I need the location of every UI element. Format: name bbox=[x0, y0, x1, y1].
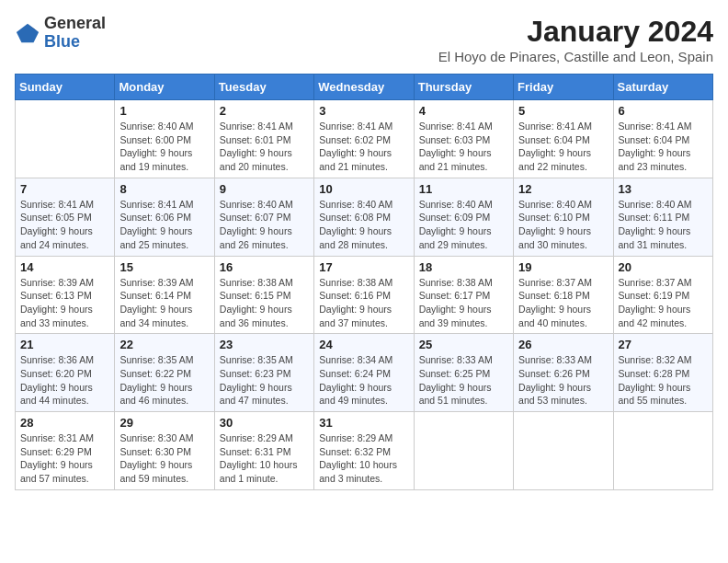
weekday-header-wednesday: Wednesday bbox=[314, 75, 414, 100]
day-info: Sunrise: 8:37 AM Sunset: 6:18 PM Dayligh… bbox=[518, 276, 608, 330]
month-title: January 2024 bbox=[438, 15, 713, 49]
day-number: 27 bbox=[619, 338, 708, 351]
day-info: Sunrise: 8:36 AM Sunset: 6:20 PM Dayligh… bbox=[20, 353, 109, 408]
calendar-week-row: 28Sunrise: 8:31 AM Sunset: 6:29 PM Dayli… bbox=[16, 412, 713, 490]
weekday-header-friday: Friday bbox=[514, 75, 613, 100]
calendar-cell: 27Sunrise: 8:32 AM Sunset: 6:28 PM Dayli… bbox=[613, 334, 712, 412]
day-number: 21 bbox=[20, 338, 109, 351]
calendar-cell: 25Sunrise: 8:33 AM Sunset: 6:25 PM Dayli… bbox=[414, 334, 513, 412]
calendar-week-row: 21Sunrise: 8:36 AM Sunset: 6:20 PM Dayli… bbox=[16, 334, 713, 412]
day-info: Sunrise: 8:35 AM Sunset: 6:22 PM Dayligh… bbox=[119, 353, 209, 408]
calendar-cell: 16Sunrise: 8:38 AM Sunset: 6:15 PM Dayli… bbox=[214, 256, 313, 334]
calendar-cell: 18Sunrise: 8:38 AM Sunset: 6:17 PM Dayli… bbox=[414, 256, 513, 334]
day-number: 5 bbox=[518, 104, 608, 118]
logo: General Blue bbox=[15, 15, 106, 52]
calendar-cell bbox=[613, 412, 712, 490]
calendar-cell: 7Sunrise: 8:41 AM Sunset: 6:05 PM Daylig… bbox=[16, 178, 115, 256]
day-number: 14 bbox=[20, 260, 109, 274]
day-number: 25 bbox=[419, 338, 508, 351]
calendar-cell: 23Sunrise: 8:35 AM Sunset: 6:23 PM Dayli… bbox=[214, 334, 313, 412]
day-info: Sunrise: 8:29 AM Sunset: 6:32 PM Dayligh… bbox=[319, 431, 408, 486]
calendar-cell: 8Sunrise: 8:41 AM Sunset: 6:06 PM Daylig… bbox=[115, 178, 214, 256]
day-number: 7 bbox=[20, 182, 109, 196]
calendar-cell: 14Sunrise: 8:39 AM Sunset: 6:13 PM Dayli… bbox=[16, 256, 115, 334]
day-number: 20 bbox=[619, 260, 708, 274]
day-number: 3 bbox=[319, 104, 408, 118]
title-area: January 2024 El Hoyo de Pinares, Castill… bbox=[438, 15, 713, 64]
calendar-cell: 13Sunrise: 8:40 AM Sunset: 6:11 PM Dayli… bbox=[613, 178, 712, 256]
day-info: Sunrise: 8:41 AM Sunset: 6:04 PM Dayligh… bbox=[619, 120, 708, 174]
weekday-header-thursday: Thursday bbox=[414, 75, 513, 100]
day-number: 18 bbox=[419, 260, 508, 274]
day-info: Sunrise: 8:41 AM Sunset: 6:06 PM Dayligh… bbox=[119, 198, 209, 252]
day-number: 29 bbox=[119, 416, 209, 430]
logo-icon bbox=[15, 20, 40, 46]
day-number: 17 bbox=[319, 260, 408, 274]
day-info: Sunrise: 8:41 AM Sunset: 6:03 PM Dayligh… bbox=[419, 120, 508, 174]
day-number: 15 bbox=[119, 260, 209, 274]
weekday-header-tuesday: Tuesday bbox=[214, 75, 313, 100]
day-number: 22 bbox=[119, 338, 209, 351]
calendar-week-row: 14Sunrise: 8:39 AM Sunset: 6:13 PM Dayli… bbox=[16, 256, 713, 334]
svg-marker-0 bbox=[17, 24, 39, 43]
location: El Hoyo de Pinares, Castille and Leon, S… bbox=[438, 49, 713, 64]
calendar-cell bbox=[16, 100, 115, 178]
calendar-cell: 4Sunrise: 8:41 AM Sunset: 6:03 PM Daylig… bbox=[414, 100, 513, 178]
calendar-cell: 19Sunrise: 8:37 AM Sunset: 6:18 PM Dayli… bbox=[514, 256, 613, 334]
day-info: Sunrise: 8:39 AM Sunset: 6:14 PM Dayligh… bbox=[119, 276, 209, 330]
day-info: Sunrise: 8:41 AM Sunset: 6:05 PM Dayligh… bbox=[20, 198, 109, 252]
calendar-table: SundayMondayTuesdayWednesdayThursdayFrid… bbox=[15, 74, 713, 490]
calendar-cell: 26Sunrise: 8:33 AM Sunset: 6:26 PM Dayli… bbox=[514, 334, 613, 412]
day-info: Sunrise: 8:41 AM Sunset: 6:04 PM Dayligh… bbox=[518, 120, 608, 174]
calendar-cell: 15Sunrise: 8:39 AM Sunset: 6:14 PM Dayli… bbox=[115, 256, 214, 334]
weekday-header-monday: Monday bbox=[115, 75, 214, 100]
day-info: Sunrise: 8:40 AM Sunset: 6:09 PM Dayligh… bbox=[419, 198, 508, 252]
day-number: 12 bbox=[518, 182, 608, 196]
day-info: Sunrise: 8:38 AM Sunset: 6:17 PM Dayligh… bbox=[419, 276, 508, 330]
day-number: 8 bbox=[119, 182, 209, 196]
day-number: 9 bbox=[220, 182, 309, 196]
day-info: Sunrise: 8:39 AM Sunset: 6:13 PM Dayligh… bbox=[20, 276, 109, 330]
weekday-header-row: SundayMondayTuesdayWednesdayThursdayFrid… bbox=[16, 75, 713, 100]
day-info: Sunrise: 8:40 AM Sunset: 6:08 PM Dayligh… bbox=[319, 198, 408, 252]
calendar-week-row: 7Sunrise: 8:41 AM Sunset: 6:05 PM Daylig… bbox=[16, 178, 713, 256]
day-info: Sunrise: 8:33 AM Sunset: 6:26 PM Dayligh… bbox=[518, 353, 608, 408]
day-info: Sunrise: 8:40 AM Sunset: 6:07 PM Dayligh… bbox=[220, 198, 309, 252]
calendar-cell: 5Sunrise: 8:41 AM Sunset: 6:04 PM Daylig… bbox=[514, 100, 613, 178]
day-info: Sunrise: 8:32 AM Sunset: 6:28 PM Dayligh… bbox=[619, 353, 708, 408]
day-info: Sunrise: 8:29 AM Sunset: 6:31 PM Dayligh… bbox=[220, 431, 309, 486]
calendar-cell bbox=[414, 412, 513, 490]
day-info: Sunrise: 8:40 AM Sunset: 6:10 PM Dayligh… bbox=[518, 198, 608, 252]
day-number: 24 bbox=[319, 338, 408, 351]
day-info: Sunrise: 8:35 AM Sunset: 6:23 PM Dayligh… bbox=[220, 353, 309, 408]
day-number: 30 bbox=[220, 416, 309, 430]
calendar-cell: 9Sunrise: 8:40 AM Sunset: 6:07 PM Daylig… bbox=[214, 178, 313, 256]
weekday-header-saturday: Saturday bbox=[613, 75, 712, 100]
calendar-cell: 10Sunrise: 8:40 AM Sunset: 6:08 PM Dayli… bbox=[314, 178, 414, 256]
calendar-body: 1Sunrise: 8:40 AM Sunset: 6:00 PM Daylig… bbox=[16, 100, 713, 490]
day-info: Sunrise: 8:38 AM Sunset: 6:16 PM Dayligh… bbox=[319, 276, 408, 330]
day-number: 31 bbox=[319, 416, 408, 430]
day-info: Sunrise: 8:41 AM Sunset: 6:02 PM Dayligh… bbox=[319, 120, 408, 174]
calendar-cell: 11Sunrise: 8:40 AM Sunset: 6:09 PM Dayli… bbox=[414, 178, 513, 256]
day-info: Sunrise: 8:34 AM Sunset: 6:24 PM Dayligh… bbox=[319, 353, 408, 408]
calendar-cell: 2Sunrise: 8:41 AM Sunset: 6:01 PM Daylig… bbox=[214, 100, 313, 178]
calendar-cell: 29Sunrise: 8:30 AM Sunset: 6:30 PM Dayli… bbox=[115, 412, 214, 490]
day-number: 19 bbox=[518, 260, 608, 274]
calendar-cell: 1Sunrise: 8:40 AM Sunset: 6:00 PM Daylig… bbox=[115, 100, 214, 178]
day-info: Sunrise: 8:30 AM Sunset: 6:30 PM Dayligh… bbox=[119, 431, 209, 486]
day-number: 10 bbox=[319, 182, 408, 196]
calendar-cell: 24Sunrise: 8:34 AM Sunset: 6:24 PM Dayli… bbox=[314, 334, 414, 412]
day-number: 23 bbox=[220, 338, 309, 351]
calendar-cell: 21Sunrise: 8:36 AM Sunset: 6:20 PM Dayli… bbox=[16, 334, 115, 412]
calendar-cell: 17Sunrise: 8:38 AM Sunset: 6:16 PM Dayli… bbox=[314, 256, 414, 334]
header: General Blue January 2024 El Hoyo de Pin… bbox=[15, 15, 713, 64]
day-number: 26 bbox=[518, 338, 608, 351]
day-info: Sunrise: 8:31 AM Sunset: 6:29 PM Dayligh… bbox=[20, 431, 109, 486]
calendar-cell: 12Sunrise: 8:40 AM Sunset: 6:10 PM Dayli… bbox=[514, 178, 613, 256]
calendar-cell: 22Sunrise: 8:35 AM Sunset: 6:22 PM Dayli… bbox=[115, 334, 214, 412]
calendar-cell: 20Sunrise: 8:37 AM Sunset: 6:19 PM Dayli… bbox=[613, 256, 712, 334]
calendar-cell: 31Sunrise: 8:29 AM Sunset: 6:32 PM Dayli… bbox=[314, 412, 414, 490]
day-info: Sunrise: 8:40 AM Sunset: 6:11 PM Dayligh… bbox=[619, 198, 708, 252]
day-number: 1 bbox=[119, 104, 209, 118]
